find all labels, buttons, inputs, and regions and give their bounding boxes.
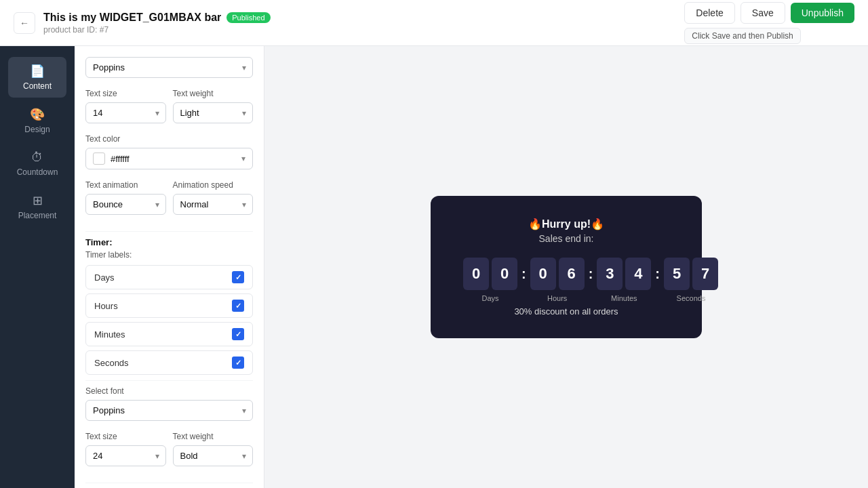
sidebar-label-design: Design — [24, 125, 50, 134]
font-select-bottom-label: Select font — [85, 386, 253, 396]
minutes-digits: 3 4 — [597, 258, 651, 290]
text-size-bottom-select[interactable]: 24 — [85, 445, 166, 466]
text-weight-label: Text weight — [173, 89, 254, 98]
published-badge: Published — [226, 12, 270, 23]
checkbox-days-label: Days — [94, 272, 115, 283]
widget-card: 🔥Hurry up!🔥 Sales end in: 0 0 Days : 0 6… — [431, 196, 702, 338]
minutes-label: Minutes — [611, 294, 637, 302]
animation-speed-label: Animation speed — [173, 180, 254, 190]
checkbox-seconds-label: Seconds — [94, 358, 129, 368]
checkbox-minutes: Minutes — [85, 322, 253, 346]
widget-subtext: Sales end in: — [463, 233, 669, 244]
checkbox-minutes-check[interactable] — [232, 328, 244, 340]
text-color-field[interactable]: #ffffff ▾ — [85, 148, 253, 169]
countdown-display: 0 0 Days : 0 6 Hours : 3 4 — [463, 258, 669, 302]
sidebar-item-countdown[interactable]: ⏱ Countdown — [8, 144, 66, 184]
color-value: #ffffff — [111, 154, 236, 164]
text-size-group: Text size 14 — [85, 89, 166, 123]
font-select-bottom-group: Select font Poppins — [85, 386, 253, 421]
min-digit-1: 3 — [597, 258, 623, 290]
back-button[interactable]: ← — [14, 12, 35, 34]
checkbox-minutes-label: Minutes — [94, 329, 125, 340]
left-panel: Poppins Text size 14 Text weight Light N… — [75, 46, 264, 488]
sidebar-label-content: Content — [23, 81, 52, 91]
widget-heading: 🔥Hurry up!🔥 — [463, 218, 669, 230]
colon-3: : — [655, 266, 660, 282]
font-select-top[interactable]: Poppins — [85, 57, 253, 78]
hours-digits: 0 6 — [530, 258, 585, 290]
seconds-digits: 5 7 — [664, 258, 718, 290]
day-digit-1: 0 — [463, 258, 489, 290]
color-swatch — [93, 152, 105, 165]
hour-digit-2: 6 — [559, 258, 585, 290]
checkbox-seconds: Seconds — [85, 350, 253, 375]
checkbox-days-check[interactable] — [232, 271, 244, 283]
text-size-select[interactable]: 14 — [85, 102, 166, 123]
sidebar-label-countdown: Countdown — [17, 167, 58, 177]
unpublish-button[interactable]: Unpublish — [791, 3, 854, 23]
header-buttons: Delete Save Unpublish — [684, 2, 854, 24]
colon-2: : — [589, 266, 593, 282]
hours-label: Hours — [547, 294, 567, 302]
seconds-label: Seconds — [677, 294, 706, 302]
text-color-label: Text color — [85, 134, 253, 144]
widget-discount: 30% discount on all orders — [463, 306, 669, 317]
main-preview: 🔥Hurry up!🔥 Sales end in: 0 0 Days : 0 6… — [264, 46, 868, 488]
checkbox-days: Days — [85, 265, 253, 289]
text-size-bottom-group: Text size 24 — [85, 432, 166, 466]
font-select-bottom[interactable]: Poppins — [85, 400, 253, 421]
sidebar-item-placement[interactable]: ⊞ Placement — [8, 186, 66, 227]
text-size-weight-bottom-row: Text size 24 Text weight Bold Light Norm… — [85, 432, 253, 477]
sidebar-nav: 📄 Content 🎨 Design ⏱ Countdown ⊞ Placeme… — [0, 46, 75, 488]
text-weight-bottom-select[interactable]: Bold Light Normal — [173, 445, 254, 466]
save-hint: Click Save and then Publish — [684, 28, 800, 44]
text-animation-select[interactable]: Bounce None Fade — [85, 194, 166, 215]
header: ← This is my WIDGET_G01MBAX bar Publishe… — [0, 0, 868, 46]
placement-icon: ⊞ — [33, 193, 43, 208]
unit-days: 0 0 Days — [463, 258, 517, 302]
header-subtitle: product bar ID: #7 — [43, 25, 271, 35]
animation-speed-group: Animation speed Normal Slow Fast — [173, 180, 254, 215]
text-animation-group: Text animation Bounce None Fade — [85, 180, 166, 215]
colon-1: : — [521, 266, 526, 282]
title-text: This is my WIDGET_G01MBAX bar — [43, 12, 221, 24]
design-icon: 🎨 — [30, 107, 45, 122]
delete-button[interactable]: Delete — [684, 2, 734, 24]
sidebar-label-placement: Placement — [18, 211, 57, 220]
min-digit-2: 4 — [625, 258, 651, 290]
text-size-label: Text size — [85, 89, 166, 98]
text-size-bottom-label: Text size — [85, 432, 166, 441]
animation-speed-select[interactable]: Normal Slow Fast — [173, 194, 254, 215]
font-select-top-group: Poppins — [85, 57, 253, 78]
save-button[interactable]: Save — [741, 2, 785, 24]
text-weight-bottom-group: Text weight Bold Light Normal — [173, 432, 254, 466]
color-dropdown-icon: ▾ — [241, 154, 245, 163]
content-icon: 📄 — [30, 64, 45, 79]
checkbox-hours-label: Hours — [94, 301, 118, 311]
header-left: ← This is my WIDGET_G01MBAX bar Publishe… — [14, 12, 673, 35]
text-color-group: Text color #ffffff ▾ — [85, 134, 253, 169]
sidebar-item-design[interactable]: 🎨 Design — [8, 100, 66, 141]
text-weight-bottom-label: Text weight — [173, 432, 254, 441]
timer-labels-title: Timer labels: — [85, 250, 253, 260]
hour-digit-1: 0 — [530, 258, 556, 290]
unit-seconds: 5 7 Seconds — [664, 258, 718, 302]
sidebar-item-content[interactable]: 📄 Content — [8, 57, 66, 98]
divider-1 — [85, 231, 253, 232]
header-actions: Delete Save Unpublish Click Save and the… — [684, 2, 854, 44]
animation-row: Text animation Bounce None Fade Animatio… — [85, 180, 253, 226]
text-weight-select[interactable]: Light Normal Bold — [173, 102, 254, 123]
text-weight-group: Text weight Light Normal Bold — [173, 89, 254, 123]
checkbox-hours: Hours — [85, 293, 253, 318]
checkbox-hours-check[interactable] — [232, 300, 244, 312]
header-title-area: This is my WIDGET_G01MBAX bar Published … — [43, 12, 271, 35]
unit-hours: 0 6 Hours — [530, 258, 585, 302]
divider-3 — [85, 483, 253, 483]
unit-minutes: 3 4 Minutes — [597, 258, 651, 302]
days-label: Days — [481, 294, 498, 302]
checkbox-seconds-check[interactable] — [232, 357, 244, 369]
sec-digit-2: 7 — [692, 258, 718, 290]
text-animation-label: Text animation — [85, 180, 166, 190]
countdown-icon: ⏱ — [31, 150, 43, 165]
timer-section-title: Timer: — [85, 237, 253, 247]
